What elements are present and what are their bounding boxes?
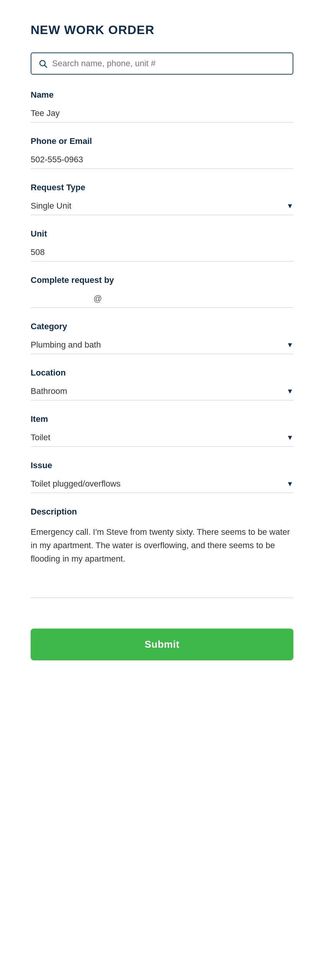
request-type-select[interactable]: Single Unit ▼ (31, 197, 293, 215)
location-value: Bathroom (31, 386, 67, 396)
phone-section: Phone or Email (31, 136, 293, 169)
item-section: Item Toilet ▼ (31, 414, 293, 447)
location-select[interactable]: Bathroom ▼ (31, 382, 293, 400)
category-section: Category Plumbing and bath ▼ (31, 322, 293, 354)
svg-line-1 (45, 65, 47, 68)
submit-button[interactable]: Submit (31, 629, 293, 660)
chevron-down-icon: ▼ (286, 341, 293, 349)
search-input[interactable] (52, 59, 286, 69)
chevron-down-icon: ▼ (286, 387, 293, 395)
issue-label: Issue (31, 461, 293, 470)
search-bar[interactable] (31, 52, 293, 75)
phone-label: Phone or Email (31, 136, 293, 146)
item-value: Toilet (31, 433, 50, 443)
description-label: Description (31, 507, 293, 517)
category-select[interactable]: Plumbing and bath ▼ (31, 336, 293, 354)
issue-section: Issue Toilet plugged/overflows ▼ (31, 461, 293, 493)
item-select[interactable]: Toilet ▼ (31, 429, 293, 447)
complete-request-section: Complete request by @ (31, 275, 293, 308)
request-type-section: Request Type Single Unit ▼ (31, 183, 293, 215)
page-container: NEW WORK ORDER Name Phone or Email Reque… (0, 0, 324, 980)
page-title: NEW WORK ORDER (31, 23, 293, 37)
chevron-down-icon: ▼ (286, 434, 293, 442)
phone-input[interactable] (31, 151, 293, 169)
description-textarea[interactable]: Emergency call. I'm Steve from twenty si… (31, 521, 293, 598)
complete-request-time-input[interactable] (103, 294, 293, 304)
complete-request-label: Complete request by (31, 275, 293, 285)
chevron-down-icon: ▼ (286, 202, 293, 210)
description-section: Description Emergency call. I'm Steve fr… (31, 507, 293, 599)
name-section: Name (31, 90, 293, 122)
unit-input[interactable] (31, 243, 293, 261)
complete-request-date-input[interactable] (31, 294, 92, 304)
name-input[interactable] (31, 105, 293, 122)
search-icon (38, 59, 47, 68)
category-value: Plumbing and bath (31, 340, 101, 350)
category-label: Category (31, 322, 293, 332)
chevron-down-icon: ▼ (286, 480, 293, 488)
request-type-value: Single Unit (31, 201, 71, 211)
complete-request-row: @ (31, 290, 293, 308)
unit-label: Unit (31, 229, 293, 239)
location-label: Location (31, 368, 293, 378)
issue-value: Toilet plugged/overflows (31, 479, 121, 489)
request-type-label: Request Type (31, 183, 293, 193)
issue-select[interactable]: Toilet plugged/overflows ▼ (31, 475, 293, 493)
location-section: Location Bathroom ▼ (31, 368, 293, 400)
item-label: Item (31, 414, 293, 424)
unit-section: Unit (31, 229, 293, 261)
name-label: Name (31, 90, 293, 100)
at-symbol: @ (93, 294, 102, 304)
